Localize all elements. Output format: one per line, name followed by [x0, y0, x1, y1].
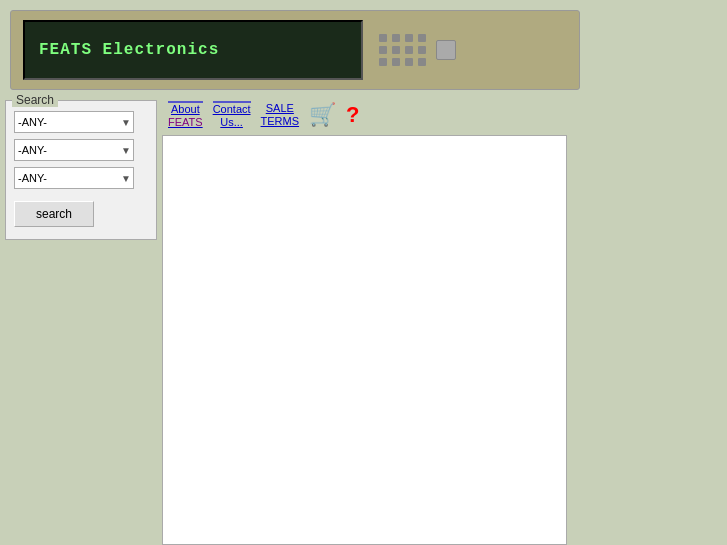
sidebar: Search -ANY- Option 1 Option 2 ▼ -ANY- O…	[0, 95, 162, 545]
key-dot	[418, 34, 426, 42]
nav-bar: AboutFEATS ContactUs... SALETERMS 🛒 ?	[162, 95, 727, 135]
dropdown-1-wrapper: -ANY- Option 1 Option 2 ▼	[14, 111, 134, 133]
lcd-text: FEATS Electronics	[39, 41, 219, 59]
help-icon[interactable]: ?	[346, 102, 359, 128]
key-dot	[418, 46, 426, 54]
power-button[interactable]	[436, 40, 456, 60]
content-area: AboutFEATS ContactUs... SALETERMS 🛒 ?	[162, 95, 727, 545]
main-area: Search -ANY- Option 1 Option 2 ▼ -ANY- O…	[0, 95, 727, 545]
dropdown-1[interactable]: -ANY- Option 1 Option 2	[14, 111, 134, 133]
search-panel-title: Search	[12, 93, 58, 107]
nav-link-feats-label: FEATS	[168, 116, 203, 128]
search-panel: Search -ANY- Option 1 Option 2 ▼ -ANY- O…	[5, 100, 157, 240]
keypad-area	[379, 34, 426, 66]
dropdown-2-wrapper: -ANY- Option 1 Option 2 ▼	[14, 139, 134, 161]
lcd-screen: FEATS Electronics	[23, 20, 363, 80]
key-dot	[379, 34, 387, 42]
nav-item-sale-terms: SALETERMS	[261, 102, 300, 128]
keypad-row-2	[379, 46, 426, 54]
dropdown-2[interactable]: -ANY- Option 1 Option 2	[14, 139, 134, 161]
key-dot	[405, 34, 413, 42]
nav-item-contact: ContactUs...	[213, 101, 251, 129]
key-dot	[392, 46, 400, 54]
nav-link-sale-terms[interactable]: SALETERMS	[261, 102, 300, 128]
search-button[interactable]: search	[14, 201, 94, 227]
keypad-row-3	[379, 58, 426, 66]
nav-link-about[interactable]: AboutFEATS	[168, 103, 203, 129]
keypad-row-1	[379, 34, 426, 42]
key-dot	[392, 58, 400, 66]
key-dot	[379, 46, 387, 54]
cart-icon[interactable]: 🛒	[309, 102, 336, 128]
content-frame	[162, 135, 567, 545]
nav-item-about: AboutFEATS	[168, 101, 203, 129]
dropdown-3[interactable]: -ANY- Option 1 Option 2	[14, 167, 134, 189]
key-dot	[379, 58, 387, 66]
dropdown-3-wrapper: -ANY- Option 1 Option 2 ▼	[14, 167, 134, 189]
header-device: FEATS Electronics	[10, 10, 580, 90]
key-dot	[405, 46, 413, 54]
key-dot	[392, 34, 400, 42]
key-dot	[418, 58, 426, 66]
key-dot	[405, 58, 413, 66]
nav-link-contact[interactable]: ContactUs...	[213, 103, 251, 129]
